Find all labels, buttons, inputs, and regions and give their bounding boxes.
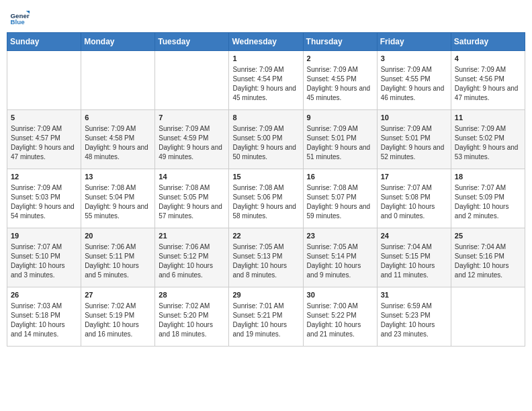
cell-content: 24Sunrise: 7:04 AMSunset: 5:15 PMDayligh… [381,231,447,280]
cell-content: 20Sunrise: 7:06 AMSunset: 5:11 PMDayligh… [85,231,151,280]
day-number: 6 [85,113,151,123]
cell-text-line: Sunset: 5:15 PM [381,252,447,261]
day-number: 1 [232,54,299,64]
cell-text-line: Sunrise: 7:08 AM [85,183,151,193]
cell-text-line: Sunrise: 7:09 AM [159,124,225,134]
day-number: 27 [85,290,151,300]
day-number: 21 [159,231,225,241]
cell-content: 19Sunrise: 7:07 AMSunset: 5:10 PMDayligh… [11,231,77,280]
calendar-cell: 4Sunrise: 7:09 AMSunset: 4:56 PMDaylight… [451,51,525,110]
cell-text-line: Daylight: 9 hours and 52 minutes. [381,143,447,162]
cell-content: 2Sunrise: 7:09 AMSunset: 4:55 PMDaylight… [307,54,373,103]
cell-content: 21Sunrise: 7:06 AMSunset: 5:12 PMDayligh… [159,231,225,280]
cell-text-line: Sunrise: 7:05 AM [232,242,299,252]
calendar-cell: 11Sunrise: 7:09 AMSunset: 5:02 PMDayligh… [451,110,525,169]
cell-text-line: Sunset: 5:18 PM [11,311,77,320]
cell-text-line: Sunrise: 7:09 AM [307,65,373,75]
calendar-cell: 22Sunrise: 7:05 AMSunset: 5:13 PMDayligh… [229,228,303,287]
day-number: 19 [11,231,77,241]
cell-text-line: Sunset: 5:04 PM [85,193,151,202]
calendar-cell: 6Sunrise: 7:09 AMSunset: 4:58 PMDaylight… [81,110,155,169]
calendar-cell [81,51,155,110]
cell-content: 23Sunrise: 7:05 AMSunset: 5:14 PMDayligh… [307,231,373,280]
cell-text-line: Daylight: 10 hours and 14 minutes. [11,320,77,339]
day-number: 7 [159,113,225,123]
cell-text-line: Daylight: 10 hours and 19 minutes. [232,320,299,339]
cell-text-line: Daylight: 9 hours and 46 minutes. [381,84,447,103]
day-number: 9 [307,113,373,123]
calendar-cell [7,51,81,110]
page-header: General Blue [7,7,525,27]
cell-text-line: Sunset: 5:11 PM [85,252,151,261]
day-number: 13 [85,172,151,182]
calendar-cell: 24Sunrise: 7:04 AMSunset: 5:15 PMDayligh… [377,228,451,287]
cell-text-line: Daylight: 9 hours and 54 minutes. [11,202,77,221]
day-number: 14 [159,172,225,182]
weekday-header: Sunday [7,33,81,51]
cell-text-line: Daylight: 9 hours and 55 minutes. [85,202,151,221]
day-number: 8 [232,113,299,123]
cell-content: 8Sunrise: 7:09 AMSunset: 5:00 PMDaylight… [232,113,299,162]
cell-text-line: Sunrise: 7:06 AM [159,242,225,252]
cell-text-line: Sunrise: 7:07 AM [455,183,521,193]
calendar-cell: 12Sunrise: 7:09 AMSunset: 5:03 PMDayligh… [7,169,81,228]
cell-content: 11Sunrise: 7:09 AMSunset: 5:02 PMDayligh… [455,113,521,162]
day-number: 16 [307,172,373,182]
cell-text-line: Sunset: 5:00 PM [232,134,299,143]
day-number: 10 [381,113,447,123]
day-number: 15 [232,172,299,182]
cell-text-line: Sunrise: 7:05 AM [307,242,373,252]
day-number: 2 [307,54,373,64]
cell-text-line: Daylight: 9 hours and 47 minutes. [455,84,521,103]
day-number: 5 [11,113,77,123]
cell-text-line: Daylight: 10 hours and 0 minutes. [381,202,447,221]
cell-text-line: Daylight: 10 hours and 12 minutes. [455,261,521,280]
day-number: 17 [381,172,447,182]
calendar-cell: 15Sunrise: 7:08 AMSunset: 5:06 PMDayligh… [229,169,303,228]
cell-text-line: Sunset: 5:23 PM [381,311,447,320]
cell-text-line: Sunset: 5:10 PM [11,252,77,261]
calendar-cell: 14Sunrise: 7:08 AMSunset: 5:05 PMDayligh… [155,169,229,228]
cell-text-line: Sunset: 4:59 PM [159,134,225,143]
cell-content: 10Sunrise: 7:09 AMSunset: 5:01 PMDayligh… [381,113,447,162]
cell-text-line: Sunrise: 7:09 AM [85,124,151,134]
cell-text-line: Sunset: 5:20 PM [159,311,225,320]
cell-text-line: Sunset: 5:12 PM [159,252,225,261]
weekday-header: Friday [377,33,451,51]
cell-text-line: Daylight: 9 hours and 59 minutes. [307,202,373,221]
cell-text-line: Daylight: 10 hours and 23 minutes. [381,320,447,339]
cell-text-line: Daylight: 10 hours and 16 minutes. [85,320,151,339]
cell-content: 28Sunrise: 7:02 AMSunset: 5:20 PMDayligh… [159,290,225,339]
cell-text-line: Sunset: 5:06 PM [232,193,299,202]
cell-text-line: Sunset: 4:58 PM [85,134,151,143]
cell-text-line: Sunset: 5:16 PM [455,252,521,261]
cell-text-line: Sunrise: 7:07 AM [11,242,77,252]
cell-content: 22Sunrise: 7:05 AMSunset: 5:13 PMDayligh… [232,231,299,280]
cell-content: 12Sunrise: 7:09 AMSunset: 5:03 PMDayligh… [11,172,77,221]
cell-text-line: Sunset: 5:09 PM [455,193,521,202]
cell-text-line: Sunset: 5:03 PM [11,193,77,202]
calendar-cell: 17Sunrise: 7:07 AMSunset: 5:08 PMDayligh… [377,169,451,228]
cell-content: 7Sunrise: 7:09 AMSunset: 4:59 PMDaylight… [159,113,225,162]
cell-text-line: Sunrise: 7:09 AM [232,124,299,134]
cell-content: 30Sunrise: 7:00 AMSunset: 5:22 PMDayligh… [307,290,373,339]
day-number: 29 [232,290,299,300]
cell-text-line: Sunrise: 7:04 AM [455,242,521,252]
day-number: 26 [11,290,77,300]
cell-text-line: Daylight: 10 hours and 2 minutes. [455,202,521,221]
cell-text-line: Sunrise: 7:09 AM [381,65,447,75]
cell-text-line: Sunrise: 7:09 AM [11,183,77,193]
logo-icon: General Blue [9,7,30,27]
calendar-week-row: 1Sunrise: 7:09 AMSunset: 4:54 PMDaylight… [7,51,525,110]
cell-content: 4Sunrise: 7:09 AMSunset: 4:56 PMDaylight… [455,54,521,103]
cell-content: 25Sunrise: 7:04 AMSunset: 5:16 PMDayligh… [455,231,521,280]
svg-text:Blue: Blue [11,18,26,26]
calendar-cell: 9Sunrise: 7:09 AMSunset: 5:01 PMDaylight… [303,110,377,169]
cell-content: 5Sunrise: 7:09 AMSunset: 4:57 PMDaylight… [11,113,77,162]
calendar-cell: 29Sunrise: 7:01 AMSunset: 5:21 PMDayligh… [229,287,303,347]
calendar-cell: 19Sunrise: 7:07 AMSunset: 5:10 PMDayligh… [7,228,81,287]
cell-content: 16Sunrise: 7:08 AMSunset: 5:07 PMDayligh… [307,172,373,221]
cell-text-line: Sunset: 4:54 PM [232,75,299,84]
cell-text-line: Sunrise: 7:09 AM [455,124,521,134]
day-number: 25 [455,231,521,241]
